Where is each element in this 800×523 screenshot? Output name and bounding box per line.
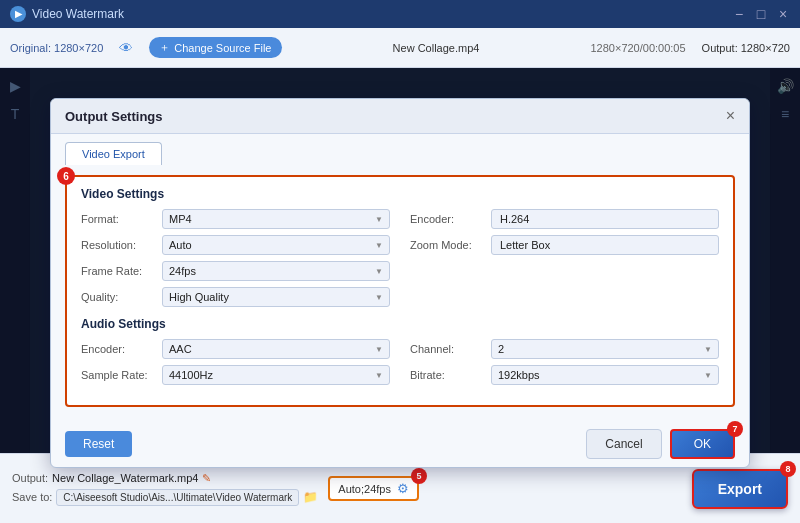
framerate-arrow: ▼ — [375, 267, 383, 276]
modal-title: Output Settings — [65, 109, 163, 124]
zoom-mode-row: Zoom Mode: Letter Box — [410, 235, 719, 255]
format-label: Format: — [81, 213, 156, 225]
bitrate-arrow: ▼ — [704, 371, 712, 380]
title-bar: ▶ Video Watermark − □ × — [0, 0, 800, 28]
quality-select[interactable]: High Quality ▼ — [162, 287, 390, 307]
filename-label: New Collage.mp4 — [298, 42, 575, 54]
channel-label: Channel: — [410, 343, 485, 355]
output-filename: New Collage_Watermark.mp4 — [52, 472, 198, 484]
footer-buttons: Cancel OK 7 — [586, 429, 735, 459]
export-button[interactable]: Export 8 — [692, 469, 788, 509]
video-settings-title: Video Settings — [81, 187, 719, 201]
audio-encoder-row: Encoder: AAC ▼ — [81, 339, 390, 359]
framerate-row: Frame Rate: 24fps ▼ — [81, 261, 390, 281]
sample-rate-select[interactable]: 44100Hz ▼ — [162, 365, 390, 385]
audio-encoder-arrow: ▼ — [375, 345, 383, 354]
resolution-row: Resolution: Auto ▼ — [81, 235, 390, 255]
bitrate-label: Bitrate: — [410, 369, 485, 381]
cancel-button[interactable]: Cancel — [586, 429, 661, 459]
quality-label: Quality: — [81, 291, 156, 303]
dims-time: 1280×720/00:00:05 — [590, 42, 685, 54]
channel-arrow: ▼ — [704, 345, 712, 354]
app-title: Video Watermark — [32, 7, 124, 21]
gear-icon: ⚙ — [397, 481, 409, 496]
format-row: Format: MP4 ▼ — [81, 209, 390, 229]
format-arrow: ▼ — [375, 215, 383, 224]
sample-rate-label: Sample Rate: — [81, 369, 156, 381]
export-badge: 8 — [780, 461, 796, 477]
save-to-label: Save to: — [12, 491, 52, 503]
maximize-button[interactable]: □ — [754, 7, 768, 21]
close-button[interactable]: × — [776, 7, 790, 21]
modal-tabs: Video Export — [51, 134, 749, 165]
output-label: Output: — [12, 472, 48, 484]
modal-header: Output Settings × — [51, 99, 749, 134]
sample-rate-row: Sample Rate: 44100Hz ▼ — [81, 365, 390, 385]
original-dims: Original: 1280×720 — [10, 42, 103, 54]
window-controls: − □ × — [732, 7, 790, 21]
encoder-video-value: H.264 — [491, 209, 719, 229]
resolution-arrow: ▼ — [375, 241, 383, 250]
output-filename-row: Output: New Collage_Watermark.mp4 ✎ — [12, 472, 318, 485]
channel-select[interactable]: 2 ▼ — [491, 339, 719, 359]
quality-arrow: ▼ — [375, 293, 383, 302]
badge-6: 6 — [57, 167, 75, 185]
quality-row: Quality: High Quality ▼ — [81, 287, 390, 307]
output-settings-modal: Output Settings × Video Export 6 Video S… — [50, 98, 750, 468]
channel-row: Channel: 2 ▼ — [410, 339, 719, 359]
app-icon: ▶ — [10, 6, 26, 22]
edit-icon[interactable]: ✎ — [202, 472, 211, 485]
video-settings-grid: Format: MP4 ▼ Encoder: H.264 — [81, 209, 719, 307]
output-settings-text: Auto;24fps — [338, 483, 391, 495]
plus-icon: ＋ — [159, 40, 170, 55]
audio-settings-title: Audio Settings — [81, 317, 719, 331]
save-path: C:\Aiseesoft Studio\Ais...\Ultimate\Vide… — [56, 489, 299, 506]
framerate-label: Frame Rate: — [81, 265, 156, 277]
output-settings-box[interactable]: 5 Auto;24fps ⚙ — [328, 476, 419, 501]
format-select[interactable]: MP4 ▼ — [162, 209, 390, 229]
ok-button[interactable]: OK 7 — [670, 429, 735, 459]
save-row: Save to: C:\Aiseesoft Studio\Ais...\Ulti… — [12, 489, 318, 506]
audio-settings-grid: Encoder: AAC ▼ Channel: 2 ▼ — [81, 339, 719, 385]
main-area: ▶ T 🔊 ≡ Output Settings × Video Export — [0, 68, 800, 453]
audio-encoder-select[interactable]: AAC ▼ — [162, 339, 390, 359]
modal-overlay: Output Settings × Video Export 6 Video S… — [0, 68, 800, 453]
sample-rate-arrow: ▼ — [375, 371, 383, 380]
settings-box: 6 Video Settings Format: MP4 ▼ — [65, 175, 735, 407]
eye-icon[interactable]: 👁 — [119, 40, 133, 56]
bitrate-row: Bitrate: 192kbps ▼ — [410, 365, 719, 385]
reset-button[interactable]: Reset — [65, 431, 132, 457]
audio-encoder-label: Encoder: — [81, 343, 156, 355]
modal-footer: Reset Cancel OK 7 — [51, 421, 749, 467]
output-badge: 5 — [411, 468, 427, 484]
modal-body: 6 Video Settings Format: MP4 ▼ — [51, 165, 749, 421]
modal-close-button[interactable]: × — [726, 107, 735, 125]
resolution-select[interactable]: Auto ▼ — [162, 235, 390, 255]
encoder-video-label: Encoder: — [410, 213, 485, 225]
framerate-select[interactable]: 24fps ▼ — [162, 261, 390, 281]
zoom-mode-value: Letter Box — [491, 235, 719, 255]
toolbar: Original: 1280×720 👁 ＋ Change Source Fil… — [0, 28, 800, 68]
folder-icon[interactable]: 📁 — [303, 490, 318, 504]
output-dims: Output: 1280×720 — [702, 42, 790, 54]
ok-badge: 7 — [727, 421, 743, 437]
change-source-button[interactable]: ＋ Change Source File — [149, 37, 281, 58]
minimize-button[interactable]: − — [732, 7, 746, 21]
tab-video-export[interactable]: Video Export — [65, 142, 162, 165]
zoom-mode-label: Zoom Mode: — [410, 239, 485, 251]
bitrate-select[interactable]: 192kbps ▼ — [491, 365, 719, 385]
output-section: Output: New Collage_Watermark.mp4 ✎ Save… — [12, 472, 318, 506]
resolution-label: Resolution: — [81, 239, 156, 251]
encoder-video-row: Encoder: H.264 — [410, 209, 719, 229]
